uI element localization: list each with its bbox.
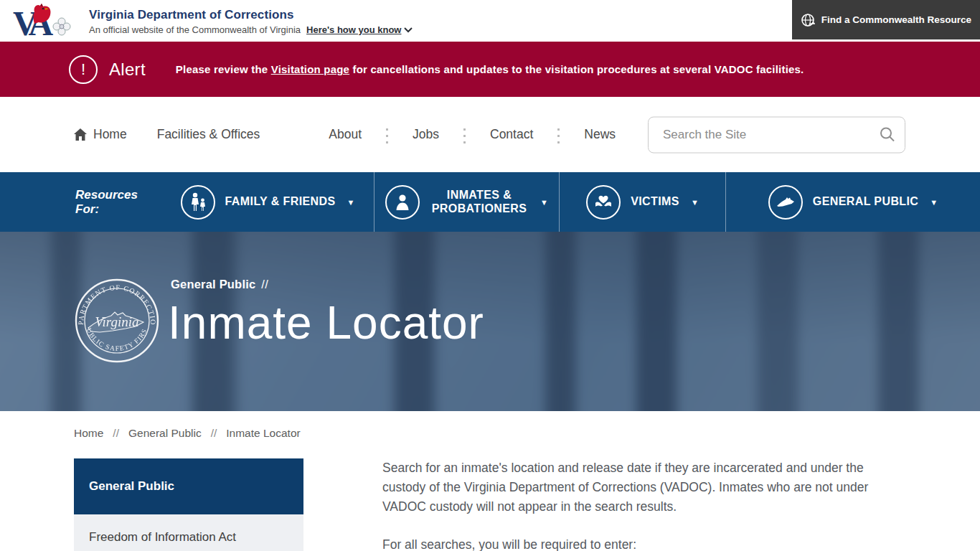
sidebar-header-general-public[interactable]: General Public [74, 458, 303, 514]
virginia-state-icon [768, 185, 803, 220]
official-website-text: An official website of the Commonwealth … [89, 24, 301, 35]
breadcrumb-general-public[interactable]: General Public [128, 427, 202, 440]
resources-item-label: FAMILY & FRIENDS [225, 195, 336, 208]
resources-item-family-friends[interactable]: FAMILY & FRIENDS ▼ [161, 172, 374, 232]
hero-banner: DEPARTMENT OF CORRECTIONS PUBLIC SAFETY … [0, 232, 980, 411]
home-icon [74, 128, 87, 141]
nav-divider [557, 126, 560, 143]
breadcrumb-home[interactable]: Home [74, 427, 103, 440]
main-navigation: Home Facilities & Offices About Jobs Con… [0, 97, 980, 172]
search-requirements-intro: For all searches, you will be required t… [382, 535, 908, 551]
site-identity: Virginia Department of Corrections An of… [89, 6, 413, 35]
search-button[interactable] [870, 126, 905, 143]
sidebar-body: Freedom of Information Act [74, 514, 303, 551]
nav-item-news[interactable]: News [584, 127, 616, 142]
site-title: Virginia Department of Corrections [89, 8, 413, 22]
search-input[interactable] [649, 128, 870, 142]
chevron-down-icon [404, 27, 413, 33]
family-icon [181, 185, 215, 220]
resources-item-label: GENERAL PUBLIC [813, 195, 919, 208]
breadcrumb: Home // General Public // Inmate Locator [74, 427, 980, 440]
nav-item-home[interactable]: Home [74, 127, 127, 142]
svg-text:Virginia: Virginia [95, 314, 138, 329]
dropdown-caret-icon: ▼ [691, 198, 699, 207]
site-header: VA Virginia Department of Corrections [0, 0, 980, 42]
heres-how-you-know-link[interactable]: Here's how you know [306, 24, 413, 35]
find-commonwealth-resource-button[interactable]: Find a Commonwealth Resource [792, 0, 980, 39]
resources-item-label: VICTIMS [631, 195, 679, 208]
nav-divider [386, 126, 388, 143]
resources-item-victims[interactable]: VICTIMS ▼ [559, 172, 725, 232]
main-content: Search for an inmate's location and rele… [382, 458, 908, 551]
person-icon [385, 185, 420, 220]
breadcrumb-current: Inmate Locator [226, 427, 300, 440]
intro-paragraph: Search for an inmate's location and rele… [382, 458, 908, 517]
nav-item-facilities-offices[interactable]: Facilities & Offices [157, 127, 260, 142]
vadoc-logo[interactable]: VA [13, 2, 79, 39]
site-search [648, 116, 905, 153]
nav-item-jobs[interactable]: Jobs [413, 127, 439, 142]
resources-item-inmates-probationers[interactable]: INMATES & PROBATIONERS ▼ [374, 172, 559, 232]
hero-eyebrow[interactable]: General Public// [171, 278, 268, 291]
sidebar-item-foia[interactable]: Freedom of Information Act [89, 530, 288, 545]
alert-label: Alert [109, 60, 146, 80]
dropdown-caret-icon: ▼ [347, 198, 355, 207]
page-title: Inmate Locator [168, 296, 484, 349]
visitation-page-link[interactable]: Visitation page [271, 63, 349, 75]
sidebar-nav: General Public Freedom of Information Ac… [74, 458, 303, 551]
dropdown-caret-icon: ▼ [540, 198, 548, 207]
hands-heart-icon [586, 185, 621, 220]
vadoc-seal: DEPARTMENT OF CORRECTIONS PUBLIC SAFETY … [74, 278, 160, 364]
alert-banner: ! Alert Please review the Visitation pag… [0, 42, 980, 97]
resources-item-label: INMATES & PROBATIONERS [430, 189, 529, 215]
resources-item-general-public[interactable]: GENERAL PUBLIC ▼ [725, 172, 980, 232]
alert-message: Please review the Visitation page for ca… [176, 63, 804, 75]
nav-item-contact[interactable]: Contact [490, 127, 533, 142]
resources-for-label: Resources For: [75, 172, 161, 232]
nav-item-about[interactable]: About [329, 127, 362, 142]
nav-divider [463, 126, 466, 143]
globe-icon [801, 13, 815, 27]
page: VA Virginia Department of Corrections [0, 0, 980, 551]
dropdown-caret-icon: ▼ [930, 198, 938, 207]
va-cardinal-logo-icon: VA [13, 2, 79, 39]
search-icon [879, 126, 896, 143]
alert-exclamation-icon: ! [69, 55, 98, 84]
resources-for-bar: Resources For: FAMILY & FRIENDS ▼ I [0, 172, 980, 232]
resource-button-label: Find a Commonwealth Resource [821, 14, 971, 25]
